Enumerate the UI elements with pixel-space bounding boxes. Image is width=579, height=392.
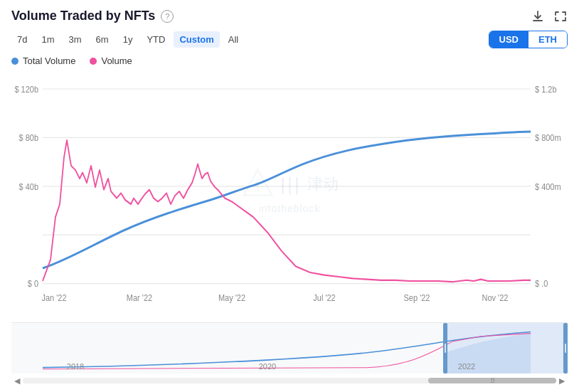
svg-text:Nov '22: Nov '22 bbox=[482, 292, 509, 303]
scrollbar-row: ◀ ⠿ ▶ bbox=[11, 375, 568, 386]
filter-custom[interactable]: Custom bbox=[174, 31, 219, 48]
controls-row: 7d 1m 3m 6m 1y YTD Custom All USD ETH bbox=[11, 31, 568, 48]
svg-text:$ 80b: $ 80b bbox=[19, 132, 39, 143]
legend-label-total-volume: Total Volume bbox=[23, 55, 75, 66]
filter-3m[interactable]: 3m bbox=[63, 31, 87, 48]
resize-icon: ⠿ bbox=[490, 377, 495, 385]
svg-text:May '22: May '22 bbox=[218, 292, 245, 303]
filter-6m[interactable]: 6m bbox=[90, 31, 115, 48]
download-button[interactable] bbox=[531, 9, 545, 23]
svg-text:2022: 2022 bbox=[458, 362, 475, 371]
navigator-svg: 2018 2020 2022 bbox=[11, 323, 568, 374]
legend-label-volume: Volume bbox=[101, 55, 132, 66]
time-filters: 7d 1m 3m 6m 1y YTD Custom All bbox=[11, 31, 244, 48]
svg-text:2020: 2020 bbox=[259, 362, 276, 371]
currency-usd[interactable]: USD bbox=[489, 31, 528, 48]
svg-text:2018: 2018 bbox=[67, 362, 84, 371]
header-right bbox=[531, 9, 568, 23]
svg-text:Sep '22: Sep '22 bbox=[404, 292, 430, 303]
filter-1y[interactable]: 1y bbox=[117, 31, 139, 48]
navigator: 2018 2020 2022 bbox=[11, 322, 568, 374]
page-title: Volume Traded by NFTs bbox=[11, 9, 155, 23]
currency-eth[interactable]: ETH bbox=[528, 31, 567, 48]
svg-text:$ 1.2b: $ 1.2b bbox=[535, 84, 557, 95]
svg-text:Jan '22: Jan '22 bbox=[41, 292, 66, 303]
svg-text:$ 40b: $ 40b bbox=[19, 181, 39, 192]
svg-text:$ 120b: $ 120b bbox=[14, 84, 38, 95]
svg-text:Mar '22: Mar '22 bbox=[127, 292, 152, 303]
filter-7d[interactable]: 7d bbox=[11, 31, 33, 48]
scroll-track: ⠿ bbox=[23, 378, 556, 383]
legend-total-volume: Total Volume bbox=[11, 55, 75, 66]
currency-toggle: USD ETH bbox=[489, 31, 568, 48]
svg-text:$ .0: $ .0 bbox=[535, 278, 548, 289]
scroll-right-arrow[interactable]: ▶ bbox=[556, 375, 568, 386]
filter-ytd[interactable]: YTD bbox=[141, 31, 171, 48]
help-icon[interactable]: ? bbox=[161, 10, 174, 23]
scroll-thumb[interactable]: ⠿ bbox=[428, 378, 556, 383]
chart-area: ||| 津动 intotheblock $ 120b $ 80b $ 40b $… bbox=[11, 72, 568, 319]
filter-1m[interactable]: 1m bbox=[36, 31, 60, 48]
header-left: Volume Traded by NFTs ? bbox=[11, 9, 174, 23]
svg-text:$ 400m: $ 400m bbox=[535, 181, 561, 192]
svg-text:$ 800m: $ 800m bbox=[535, 132, 561, 143]
main-chart-svg: $ 120b $ 80b $ 40b $ 0 $ 1.2b $ 800m $ 4… bbox=[11, 72, 568, 319]
legend: Total Volume Volume bbox=[11, 55, 568, 66]
legend-dot-volume bbox=[90, 58, 97, 65]
legend-volume: Volume bbox=[90, 55, 132, 66]
scroll-left-arrow[interactable]: ◀ bbox=[11, 375, 23, 386]
svg-text:$ 0: $ 0 bbox=[28, 278, 38, 289]
header: Volume Traded by NFTs ? bbox=[11, 9, 568, 23]
filter-all[interactable]: All bbox=[223, 31, 244, 48]
legend-dot-total-volume bbox=[11, 58, 18, 65]
expand-button[interactable] bbox=[553, 9, 568, 23]
svg-text:Jul '22: Jul '22 bbox=[313, 292, 336, 303]
main-container: Volume Traded by NFTs ? 7d 1m 3m 6m 1y Y… bbox=[0, 0, 579, 392]
